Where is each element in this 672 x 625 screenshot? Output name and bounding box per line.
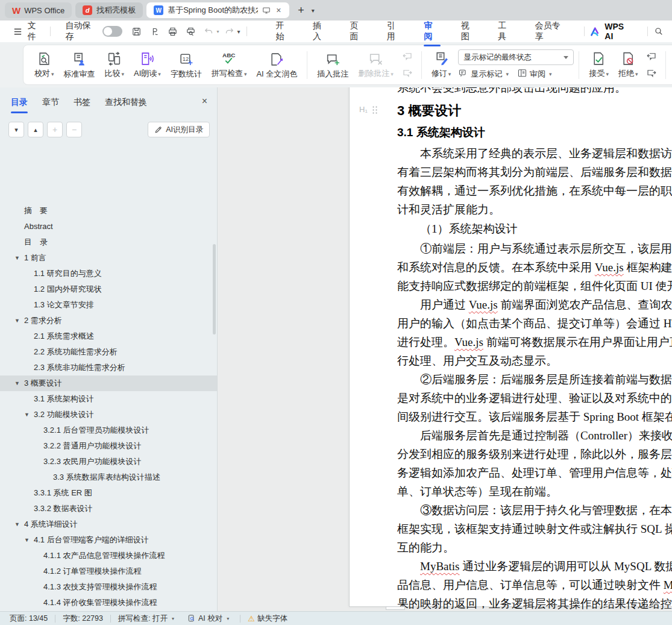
close-tab-icon[interactable]: × [275, 5, 282, 15]
outline-item[interactable]: ▼4.1 后台管理端客户端的详细设计 [0, 532, 217, 548]
document-page[interactable]: H₁ 系统不会受到恶意外部攻击出现问题的应用。3 概要设计3.1 系统架构设计本… [349, 87, 672, 607]
sidebar-tab-3[interactable]: 查找和替换 [105, 97, 147, 113]
tab-docer-templates[interactable]: d 找稻壳模板 [75, 2, 143, 18]
outline-item[interactable]: Abstract [0, 219, 217, 234]
file-menu[interactable]: 文件 [28, 20, 45, 42]
promote-heading-button[interactable]: + [47, 122, 63, 137]
outline-item[interactable]: ▼3 概要设计 [0, 375, 217, 391]
outline-item[interactable]: 4.1.5 数据分析报表模块操作流程 [0, 611, 217, 611]
autosave-toggle[interactable] [102, 26, 123, 37]
outline-item[interactable]: 3.3.1 系统 ER 图 [0, 485, 217, 501]
expand-collapse-arrow-icon[interactable]: ▼ [14, 313, 20, 328]
outline-item[interactable]: 目 录 [0, 234, 217, 250]
delete-comment-button[interactable]: 删除批注▾ [353, 48, 398, 81]
expand-collapse-arrow-icon[interactable]: ▼ [14, 375, 20, 391]
page-indicator[interactable]: 页面: 13/45 [10, 614, 48, 624]
print-icon[interactable] [165, 24, 180, 39]
track-changes-button[interactable]: 修订▾ [427, 48, 456, 81]
ai-proofread-status[interactable]: AI 校对 ▾ [187, 614, 229, 624]
quick-toolbar-chevron-icon[interactable]: ▾ [237, 28, 240, 35]
outline-item[interactable]: 3.2.3 农民用户功能模块设计 [0, 454, 217, 470]
wps-ai-button[interactable]: WPS AI [590, 22, 634, 41]
insert-comment-button[interactable]: 插入批注 [312, 49, 353, 81]
menu-tab-2[interactable]: 页面 [348, 17, 367, 46]
outline-item[interactable]: 3.3.2 数据表设计 [0, 501, 217, 517]
demote-heading-button[interactable]: − [66, 122, 82, 137]
horizontal-scrollbar-thumb[interactable] [386, 606, 405, 610]
show-markup-button[interactable]: 显示标记▾ [458, 68, 509, 80]
outline-item[interactable]: 4.1.2 订单管理模块操作流程 [0, 564, 217, 579]
outline-controls: ▾ ▴ + − AI识别目录 [0, 113, 217, 137]
expand-outline-button[interactable]: ▴ [28, 122, 43, 137]
sidebar-tab-0[interactable]: 目录 [11, 97, 28, 113]
word-count-indicator[interactable]: 字数: 22793 [63, 614, 103, 624]
tab-wps-home[interactable]: W WPS Office [5, 2, 72, 18]
output-pdf-icon[interactable] [146, 24, 162, 39]
new-tab-button[interactable]: + [293, 4, 309, 17]
proofread-button[interactable]: 校对▾ [30, 48, 59, 81]
monitor-icon[interactable] [262, 6, 271, 14]
previous-revision-button[interactable] [644, 49, 659, 64]
outline-item[interactable]: 1.2 国内外研究现状 [0, 281, 217, 297]
menu-tab-7[interactable]: 会员专享 [534, 17, 570, 46]
next-comment-button[interactable] [400, 66, 415, 81]
outline-item[interactable]: 2.1 系统需求概述 [0, 328, 217, 344]
compare-button[interactable]: 比较▾ [100, 48, 130, 81]
menu-tab-1[interactable]: 插入 [312, 17, 330, 46]
undo-dropdown-chevron-icon[interactable]: ▾ [216, 29, 219, 34]
outline-item[interactable]: ▼3.2 功能模块设计 [0, 407, 217, 422]
tab-current-document[interactable]: W 基于Spring Boot的助农扶农 × [146, 2, 289, 18]
outline-item[interactable]: 4.1.4 评价收集管理模块操作流程 [0, 595, 217, 611]
sidebar-tab-2[interactable]: 书签 [74, 97, 90, 113]
next-revision-button[interactable] [644, 66, 659, 81]
expand-collapse-arrow-icon[interactable]: ▼ [14, 250, 20, 266]
spell-check-button[interactable]: ABC拼写检查▾ [207, 48, 252, 81]
drag-handle-icon[interactable] [372, 105, 378, 114]
menu-tab-3[interactable]: 引用 [386, 17, 404, 46]
ai-read-aloud-button[interactable]: AI朗读▾ [129, 48, 166, 81]
menu-tab-0[interactable]: 开始 [275, 17, 294, 46]
outline-item[interactable]: 摘 要 [0, 203, 217, 219]
ai-polish-button[interactable]: AI 全文润色 [251, 49, 302, 81]
sidebar-scrollbar[interactable] [213, 244, 216, 334]
reviewing-pane-button[interactable]: 审阅▾ [517, 68, 552, 80]
outline-item[interactable]: 3.2.1 后台管理员功能模块设计 [0, 422, 217, 438]
outline-item[interactable]: 1.1 研究目的与意义 [0, 266, 217, 281]
save-icon[interactable] [128, 24, 144, 39]
outline-item[interactable]: 3.1 系统架构设计 [0, 391, 217, 407]
ai-recognize-toc-button[interactable]: AI识别目录 [148, 122, 210, 137]
missing-font-warning[interactable]: ⚠ 缺失字体 [248, 614, 287, 624]
reject-revision-button[interactable]: 拒绝▾ [614, 48, 643, 81]
search-icon[interactable] [654, 27, 664, 36]
outline-item[interactable]: ▼4 系统详细设计 [0, 517, 217, 532]
menu-tab-6[interactable]: 工具 [497, 17, 515, 46]
word-count-button[interactable]: 12字数统计 [166, 49, 207, 81]
spellcheck-status[interactable]: 拼写检查: 打开 ▾ [118, 614, 174, 624]
tab-list-chevron-icon[interactable]: ▾ [309, 7, 317, 14]
outline-item[interactable]: 4.1.1 农产品信息管理模块操作流程 [0, 548, 217, 564]
outline-item[interactable]: 1.3 论文章节安排 [0, 297, 217, 313]
menu-tab-5[interactable]: 视图 [460, 17, 479, 46]
collapse-outline-button[interactable]: ▾ [8, 122, 24, 137]
previous-comment-button[interactable] [400, 49, 415, 64]
expand-collapse-arrow-icon[interactable]: ▼ [14, 517, 20, 532]
expand-collapse-arrow-icon[interactable]: ▼ [24, 532, 30, 548]
redo-icon[interactable] [222, 24, 237, 39]
sidebar-tab-1[interactable]: 章节 [42, 97, 59, 113]
outline-item[interactable]: 3.3 系统数据库表结构设计描述 [0, 470, 217, 485]
print-preview-icon[interactable] [183, 24, 198, 39]
expand-collapse-arrow-icon[interactable]: ▼ [24, 407, 30, 422]
outline-item[interactable]: ▼2 需求分析 [0, 313, 217, 328]
menu-tab-4[interactable]: 审阅 [422, 17, 441, 46]
hamburger-menu-icon[interactable] [11, 24, 25, 39]
display-for-review-select[interactable]: 显示标记的最终状态 [458, 49, 574, 65]
outline-item[interactable]: 4.1.3 农技支持管理模块操作流程 [0, 579, 217, 595]
sidebar-close-icon[interactable]: × [202, 96, 207, 107]
undo-icon[interactable] [201, 24, 216, 39]
accept-revision-button[interactable]: 接受▾ [584, 48, 614, 81]
outline-item[interactable]: 2.2 系统功能性需求分析 [0, 344, 217, 360]
standard-review-button[interactable]: 标准审查 [59, 49, 100, 81]
outline-item[interactable]: 3.2.2 普通用户功能模块设计 [0, 438, 217, 454]
outline-item[interactable]: 2.3 系统非功能性需求分析 [0, 360, 217, 375]
outline-item[interactable]: ▼1 前言 [0, 250, 217, 266]
